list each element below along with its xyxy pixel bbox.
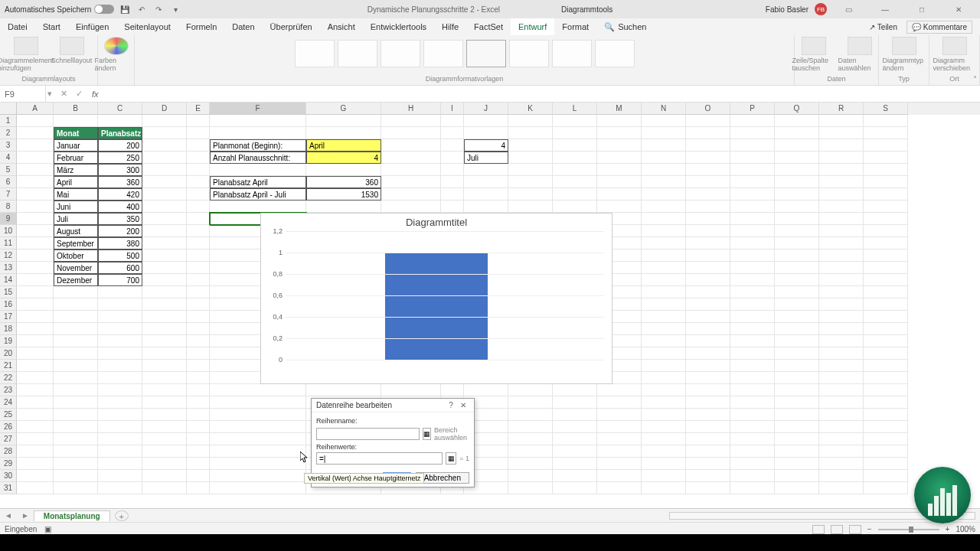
cell[interactable] (17, 470, 54, 482)
month-cell[interactable]: Dezember (54, 274, 98, 286)
style-thumb[interactable] (338, 40, 377, 67)
cell[interactable] (819, 482, 864, 494)
col-header-I[interactable]: I (441, 103, 464, 115)
cell[interactable] (642, 298, 686, 311)
minimize-icon[interactable]: — (870, 0, 900, 18)
col-header-E[interactable]: E (187, 103, 210, 115)
cell[interactable] (642, 433, 686, 445)
cell[interactable] (775, 139, 819, 152)
cell[interactable] (381, 176, 441, 188)
col-header-A[interactable]: A (17, 103, 54, 115)
cell[interactable] (98, 347, 142, 360)
cell[interactable] (553, 139, 597, 152)
cell[interactable] (642, 311, 686, 323)
cell[interactable] (553, 201, 597, 213)
cell[interactable] (686, 396, 730, 409)
cell[interactable] (210, 445, 306, 458)
cell[interactable] (17, 213, 54, 225)
row-header[interactable]: 28 (0, 445, 17, 458)
cell[interactable] (775, 249, 819, 262)
cell[interactable] (508, 176, 553, 188)
cell[interactable] (819, 274, 864, 286)
cell[interactable] (819, 262, 864, 274)
cell[interactable] (98, 372, 142, 384)
cell[interactable] (775, 201, 819, 213)
cell[interactable] (187, 421, 210, 433)
row-header[interactable]: 21 (0, 360, 17, 372)
cell[interactable] (686, 409, 730, 421)
cell[interactable] (142, 458, 187, 470)
cell[interactable] (775, 409, 819, 421)
cell[interactable] (597, 470, 642, 482)
comments-button[interactable]: 💬 Kommentare (906, 21, 972, 34)
cell[interactable] (441, 164, 464, 176)
cell[interactable] (775, 213, 819, 225)
menu-datei[interactable]: Datei (0, 18, 35, 35)
cell[interactable] (553, 164, 597, 176)
value-cell[interactable]: 300 (98, 164, 142, 176)
cell[interactable] (98, 298, 142, 311)
cell[interactable] (187, 237, 210, 249)
row-header[interactable]: 27 (0, 433, 17, 445)
row-header[interactable]: 15 (0, 286, 17, 298)
cell[interactable] (775, 347, 819, 360)
cell[interactable] (686, 115, 730, 127)
cell[interactable] (686, 127, 730, 139)
cell[interactable] (381, 188, 441, 201)
value-cell[interactable]: 380 (98, 237, 142, 249)
cell[interactable] (730, 384, 775, 396)
cell[interactable] (775, 396, 819, 409)
maximize-icon[interactable]: □ (906, 0, 937, 18)
cell[interactable] (642, 262, 686, 274)
cell[interactable] (819, 127, 864, 139)
cell[interactable] (597, 384, 642, 396)
cell[interactable] (642, 188, 686, 201)
cell[interactable] (686, 384, 730, 396)
value-cell[interactable]: 400 (98, 201, 142, 213)
cell[interactable] (508, 152, 553, 164)
cell[interactable] (441, 176, 464, 188)
share-button[interactable]: ↗ Teilen (864, 21, 902, 33)
cell[interactable] (730, 360, 775, 372)
zoom-in-icon[interactable]: + (946, 525, 950, 533)
cell[interactable] (597, 201, 642, 213)
cell[interactable] (17, 335, 54, 347)
cell[interactable] (210, 421, 306, 433)
month-cell[interactable]: April (54, 176, 98, 188)
cell[interactable] (187, 372, 210, 384)
cell[interactable] (17, 298, 54, 311)
undo-icon[interactable]: ↶ (136, 3, 148, 15)
dialog-help-icon[interactable]: ? (445, 401, 457, 409)
cell[interactable] (819, 237, 864, 249)
cell[interactable] (187, 482, 210, 494)
cell[interactable] (187, 262, 210, 274)
cell[interactable] (54, 372, 98, 384)
row-header[interactable]: 3 (0, 139, 17, 152)
cell[interactable] (597, 188, 642, 201)
cell[interactable] (686, 188, 730, 201)
cell[interactable] (864, 115, 908, 127)
menu-formeln[interactable]: Formeln (178, 18, 224, 35)
cell[interactable] (54, 433, 98, 445)
cell[interactable] (306, 384, 381, 396)
cell[interactable] (381, 164, 441, 176)
cell[interactable] (642, 127, 686, 139)
cell[interactable] (775, 115, 819, 127)
cell[interactable] (17, 201, 54, 213)
cell[interactable] (17, 372, 54, 384)
value-cell[interactable]: 500 (98, 249, 142, 262)
cell[interactable]: 4 (306, 152, 381, 164)
cell[interactable] (553, 433, 597, 445)
spreadsheet-grid[interactable]: ABCDEFGHIJKLMNOPQRS 12MonatPlanabsatz3Ja… (0, 103, 980, 508)
row-header[interactable]: 29 (0, 458, 17, 470)
cell[interactable] (864, 396, 908, 409)
cell[interactable] (730, 237, 775, 249)
cell[interactable] (642, 274, 686, 286)
cell[interactable] (508, 458, 553, 470)
row-header[interactable]: 14 (0, 274, 17, 286)
row-header[interactable]: 13 (0, 262, 17, 274)
cell[interactable] (98, 360, 142, 372)
menu-ansicht[interactable]: Ansicht (320, 18, 363, 35)
cell[interactable] (819, 164, 864, 176)
col-header-Q[interactable]: Q (775, 103, 819, 115)
